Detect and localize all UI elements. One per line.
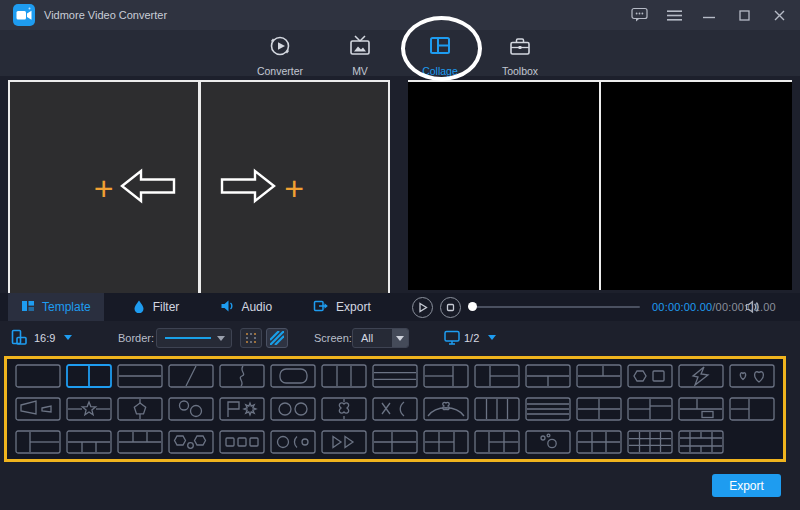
menu-icon[interactable] <box>665 6 683 24</box>
panel-tab-filter[interactable]: Filter <box>119 293 193 321</box>
template-thumbnail-two-arrows[interactable] <box>321 430 367 454</box>
minimize-button[interactable] <box>700 6 718 24</box>
collage-slot-right[interactable]: + <box>198 82 389 293</box>
tab-collage[interactable]: Collage <box>404 30 476 76</box>
close-button[interactable] <box>770 6 788 24</box>
template-thumbnail-three-squares[interactable] <box>219 430 265 454</box>
template-thumbnail-split-grid-top[interactable] <box>678 397 724 421</box>
template-thumbnail-two-columns[interactable] <box>66 364 112 388</box>
audio-icon <box>220 299 234 316</box>
collage-slot-left[interactable]: + <box>10 82 198 293</box>
play-button[interactable] <box>412 297 433 318</box>
template-thumbnail-three-rows[interactable] <box>372 364 418 388</box>
screen-value: All <box>361 332 373 344</box>
border-style-sample <box>165 337 211 339</box>
panel-tab-audio[interactable]: Audio <box>207 293 285 321</box>
screen-dropdown[interactable]: All <box>352 328 409 348</box>
template-thumbnail-four-columns[interactable] <box>474 397 520 421</box>
template-thumbnail-trapezoid-shapes[interactable] <box>15 397 61 421</box>
template-thumbnail-two-rows-plus-wide-column[interactable] <box>729 397 775 421</box>
border-style-dropdown[interactable] <box>156 328 232 348</box>
panel-tab-export[interactable]: Export <box>300 293 384 321</box>
template-thumbnail-column-plus-grid-2x2[interactable] <box>474 430 520 454</box>
border-pattern-button[interactable] <box>266 328 288 348</box>
template-thumbnail-left-column-plus-two-rows[interactable] <box>474 364 520 388</box>
template-thumbnail-offset-grid-2x2[interactable] <box>372 430 418 454</box>
template-row <box>15 430 783 454</box>
progress-slider-handle[interactable] <box>468 302 477 311</box>
add-video-button[interactable]: + <box>284 171 304 205</box>
template-thumbnail-curve-split[interactable] <box>219 364 265 388</box>
toolbox-icon <box>507 33 533 63</box>
tab-label: Converter <box>257 65 303 77</box>
template-thumbnail-grid-2x2[interactable] <box>576 397 622 421</box>
tab-toolbox[interactable]: Toolbox <box>484 30 556 76</box>
stop-button[interactable] <box>440 297 461 318</box>
mv-icon <box>347 33 373 63</box>
template-thumbnail-four-rows[interactable] <box>525 397 571 421</box>
template-thumbnail-flag-and-sun[interactable] <box>219 397 265 421</box>
template-thumbnail-two-circles[interactable] <box>270 397 316 421</box>
aspect-ratio-dropdown-arrow[interactable] <box>64 335 72 340</box>
template-thumbnail-grid-3x3[interactable] <box>627 430 673 454</box>
border-dropdown-arrow <box>217 336 225 341</box>
page-dropdown-arrow[interactable] <box>488 335 496 340</box>
panel-tab-template[interactable]: Template <box>8 293 104 321</box>
template-gallery <box>4 356 786 462</box>
tab-mv[interactable]: MV <box>324 30 396 76</box>
aspect-ratio-icon <box>10 329 28 351</box>
border-color-button[interactable] <box>240 328 262 348</box>
aspect-ratio-value[interactable]: 16:9 <box>34 332 55 344</box>
maximize-button[interactable] <box>735 6 753 24</box>
template-thumbnail-circle-crescent-dot[interactable] <box>270 430 316 454</box>
template-thumbnail-cross-and-bracket[interactable] <box>372 397 418 421</box>
template-thumbnail-hexagon-circle-hexagon[interactable] <box>168 430 214 454</box>
main-nav: Converter MV Collage Toolbox <box>0 30 800 76</box>
tab-label: MV <box>352 65 368 77</box>
template-thumbnail-top-row-plus-two-columns[interactable] <box>525 364 571 388</box>
template-thumbnail-two-circles-diagonal[interactable] <box>168 397 214 421</box>
template-thumbnail-hexagon-and-square[interactable] <box>627 364 673 388</box>
tab-label: Toolbox <box>502 65 538 77</box>
app-window: Vidmore Video Converter <box>0 0 800 510</box>
progress-slider[interactable] <box>470 306 640 308</box>
template-thumbnail-scattered-dots[interactable] <box>525 430 571 454</box>
tab-label: Collage <box>422 65 458 77</box>
template-row <box>15 397 783 421</box>
feedback-icon[interactable] <box>630 6 648 24</box>
add-video-button[interactable]: + <box>94 171 114 205</box>
template-thumbnail-single[interactable] <box>15 364 61 388</box>
volume-icon[interactable] <box>745 300 761 318</box>
template-thumbnail-rounded-inset[interactable] <box>270 364 316 388</box>
template-thumbnail-two-rows-plus-right-column[interactable] <box>423 364 469 388</box>
template-icon <box>21 299 35 316</box>
export-button[interactable]: Export <box>712 474 781 497</box>
template-thumbnail-two-columns-plus-bottom-row[interactable] <box>576 364 622 388</box>
panel-tab-label: Audio <box>241 300 272 314</box>
template-thumbnail-pentagon-center[interactable] <box>117 397 163 421</box>
collage-toolbar: 16:9 Border: Screen: All 1/2 <box>0 322 800 354</box>
template-row <box>15 364 783 388</box>
export-icon <box>313 299 329 316</box>
template-thumbnail-two-hearts[interactable] <box>729 364 775 388</box>
template-thumbnail-three-columns[interactable] <box>321 364 367 388</box>
template-thumbnail-diagonal-split[interactable] <box>168 364 214 388</box>
converter-icon <box>267 33 293 63</box>
screen-page-icon <box>444 330 460 350</box>
template-thumbnail-narrow-column-plus-two-rows[interactable] <box>15 430 61 454</box>
template-thumbnail-grid-3x2[interactable] <box>576 430 622 454</box>
template-thumbnail-lightning-split[interactable] <box>678 364 724 388</box>
preview-cell-right <box>599 82 792 290</box>
template-thumbnail-split-grid-left[interactable] <box>627 397 673 421</box>
template-thumbnail-clover-center[interactable] <box>321 397 367 421</box>
screen-label: Screen: <box>314 332 352 344</box>
tab-converter[interactable]: Converter <box>244 30 316 76</box>
template-thumbnail-arch-and-clover[interactable] <box>423 397 469 421</box>
template-thumbnail-complex-grid[interactable] <box>678 430 724 454</box>
template-thumbnail-star-center[interactable] <box>66 397 112 421</box>
template-thumbnail-three-columns-plus-bottom-row[interactable] <box>117 430 163 454</box>
template-thumbnail-two-rows[interactable] <box>117 364 163 388</box>
template-thumbnail-top-row-plus-three-columns[interactable] <box>66 430 112 454</box>
app-logo-icon <box>13 4 35 26</box>
template-thumbnail-grid-2x2-plus-column[interactable] <box>423 430 469 454</box>
